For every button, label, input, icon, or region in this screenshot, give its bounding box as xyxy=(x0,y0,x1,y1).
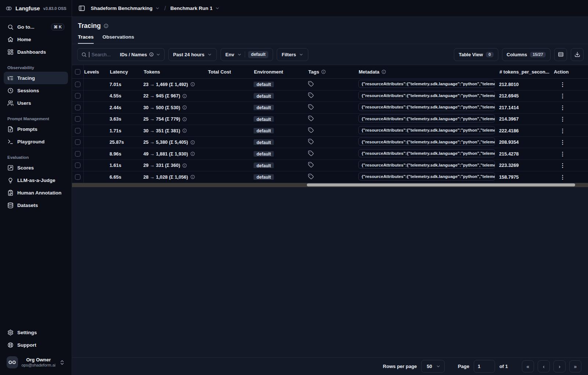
sidebar-item-dashboards[interactable]: Dashboards xyxy=(4,46,68,58)
metadata-value[interactable]: {"resourceAttributes":{"telemetry.sdk.la… xyxy=(358,103,495,111)
table-row[interactable]: 7.01s23 → 1,469 (Σ 1,492)default{"resour… xyxy=(72,79,588,90)
filters-button[interactable]: Filters xyxy=(277,48,308,61)
info-icon[interactable] xyxy=(182,163,187,168)
previous-page-button[interactable]: ‹ xyxy=(538,360,550,372)
column-header-latency[interactable]: Latency xyxy=(110,69,143,75)
info-icon[interactable] xyxy=(182,128,187,133)
tag-icon[interactable] xyxy=(308,92,314,98)
rows-per-page-select[interactable]: 50 xyxy=(421,360,444,373)
row-actions-button[interactable]: ⋮ xyxy=(558,103,567,112)
sidebar-item-scores[interactable]: Scores xyxy=(4,161,68,174)
sidebar-item-users[interactable]: Users xyxy=(4,97,68,109)
row-checkbox[interactable] xyxy=(75,128,80,133)
sidebar-item-sessions[interactable]: Sessions xyxy=(4,84,68,97)
scrollbar-thumb[interactable] xyxy=(307,183,575,186)
project-switcher[interactable]: Benchmark Run 1 xyxy=(171,6,220,11)
tab-observations[interactable]: Observations xyxy=(103,34,134,44)
column-header-tags[interactable]: Tags xyxy=(308,69,358,75)
row-actions-button[interactable]: ⋮ xyxy=(558,115,567,124)
table-row[interactable]: 8.96s49 → 1,881 (Σ 1,930)default{"resour… xyxy=(72,148,588,160)
sidebar-item-human-annotation[interactable]: Human Annotation xyxy=(4,186,68,199)
row-checkbox[interactable] xyxy=(75,139,80,145)
select-all-checkbox[interactable] xyxy=(75,69,80,75)
column-header-tokens-per-secon[interactable]: # tokens_per_secon... xyxy=(499,69,553,75)
info-icon[interactable] xyxy=(182,117,187,122)
sidebar-item-support[interactable]: Support xyxy=(4,339,68,351)
page-input[interactable] xyxy=(474,360,495,373)
environment-filter[interactable]: Env default xyxy=(220,48,273,61)
info-icon[interactable] xyxy=(182,105,187,110)
metadata-value[interactable]: {"resourceAttributes":{"telemetry.sdk.la… xyxy=(358,91,495,99)
info-icon[interactable] xyxy=(104,24,108,28)
row-checkbox[interactable] xyxy=(75,82,80,87)
info-icon[interactable] xyxy=(190,151,195,156)
row-height-button[interactable] xyxy=(554,48,567,61)
column-header-levels[interactable]: Levels xyxy=(84,69,110,75)
metadata-value[interactable]: {"resourceAttributes":{"telemetry.sdk.la… xyxy=(358,138,495,146)
column-header-total-cost[interactable]: Total Cost xyxy=(208,69,254,75)
columns-button[interactable]: Columns 15/27 xyxy=(502,48,551,61)
sidebar-item-playground[interactable]: Playground xyxy=(4,135,68,148)
row-actions-button[interactable]: ⋮ xyxy=(558,92,567,100)
row-checkbox[interactable] xyxy=(75,116,80,122)
table-row[interactable]: 4.55s22 → 945 (Σ 967)default{"resourceAt… xyxy=(72,90,588,102)
search-mode-select[interactable]: IDs / Names xyxy=(120,52,161,57)
row-checkbox[interactable] xyxy=(75,105,80,110)
account-menu[interactable]: OO Org Owner ops@shadeform.ai xyxy=(4,354,68,371)
row-checkbox[interactable] xyxy=(75,151,80,157)
table-row[interactable]: 25.87s25 → 5,380 (Σ 5,405)default{"resou… xyxy=(72,137,588,149)
row-actions-button[interactable]: ⋮ xyxy=(558,80,567,89)
first-page-button[interactable]: « xyxy=(522,360,534,372)
sidebar-item-home[interactable]: Home xyxy=(4,33,68,46)
table-row[interactable]: 2.44s30 → 500 (Σ 530)default{"resourceAt… xyxy=(72,102,588,114)
tab-traces[interactable]: Traces xyxy=(78,34,94,44)
row-actions-button[interactable]: ⋮ xyxy=(558,172,567,181)
tag-icon[interactable] xyxy=(308,81,314,87)
column-header-environment[interactable]: Environment xyxy=(254,69,308,75)
row-actions-button[interactable]: ⋮ xyxy=(558,138,567,147)
sidebar-item-llm-as-a-judge[interactable]: LLM-as-a-Judge xyxy=(4,174,68,186)
table-view-button[interactable]: Table View 0 xyxy=(454,48,498,61)
search-box[interactable]: IDs / Names xyxy=(77,48,165,61)
search-input[interactable] xyxy=(92,52,116,57)
row-checkbox[interactable] xyxy=(75,162,80,168)
table-row[interactable]: 6.65s28 → 1,028 (Σ 1,056)default{"resour… xyxy=(72,171,588,183)
column-header-action[interactable]: Action xyxy=(553,69,588,75)
next-page-button[interactable]: › xyxy=(553,360,566,372)
row-actions-button[interactable]: ⋮ xyxy=(558,126,567,135)
tag-icon[interactable] xyxy=(308,104,314,110)
table-row[interactable]: 3.63s25 → 754 (Σ 779)default{"resourceAt… xyxy=(72,114,588,125)
row-actions-button[interactable]: ⋮ xyxy=(558,149,567,158)
tag-icon[interactable] xyxy=(308,150,314,156)
info-icon[interactable] xyxy=(182,94,187,99)
sidebar-item-settings[interactable]: Settings xyxy=(4,326,68,339)
row-checkbox[interactable] xyxy=(75,93,80,99)
sidebar-item-datasets[interactable]: Datasets xyxy=(4,199,68,211)
sidebar-toggle-button[interactable] xyxy=(77,4,86,13)
column-header-tokens[interactable]: Tokens xyxy=(143,69,208,75)
table-row[interactable]: 1.61s29 → 331 (Σ 360)default{"resourceAt… xyxy=(72,160,588,172)
metadata-value[interactable]: {"resourceAttributes":{"telemetry.sdk.la… xyxy=(358,149,495,157)
metadata-value[interactable]: {"resourceAttributes":{"telemetry.sdk.la… xyxy=(358,161,495,169)
column-header-metadata[interactable]: Metadata xyxy=(358,69,499,75)
info-icon[interactable] xyxy=(190,175,195,179)
horizontal-scrollbar[interactable] xyxy=(72,183,588,187)
tag-icon[interactable] xyxy=(308,115,314,121)
export-button[interactable] xyxy=(571,48,584,61)
tag-icon[interactable] xyxy=(308,162,314,168)
info-icon[interactable] xyxy=(190,82,195,87)
metadata-value[interactable]: {"resourceAttributes":{"telemetry.sdk.la… xyxy=(358,172,495,181)
time-range-select[interactable]: Past 24 hours xyxy=(168,48,217,61)
sidebar-item-prompts[interactable]: Prompts xyxy=(4,123,68,135)
metadata-value[interactable]: {"resourceAttributes":{"telemetry.sdk.la… xyxy=(358,114,495,122)
org-switcher[interactable]: Shadeform Benchmarking xyxy=(91,6,160,11)
goto-search-button[interactable]: Go to... ⌘ K xyxy=(4,21,68,33)
metadata-value[interactable]: {"resourceAttributes":{"telemetry.sdk.la… xyxy=(358,126,495,134)
row-actions-button[interactable]: ⋮ xyxy=(558,161,567,170)
last-page-button[interactable]: » xyxy=(569,360,581,372)
sidebar-item-tracing[interactable]: Tracing xyxy=(4,72,68,84)
tag-icon[interactable] xyxy=(308,174,314,179)
table-row[interactable]: 1.71s30 → 351 (Σ 381)default{"resourceAt… xyxy=(72,125,588,137)
tag-icon[interactable] xyxy=(308,139,314,144)
tag-icon[interactable] xyxy=(308,127,314,133)
